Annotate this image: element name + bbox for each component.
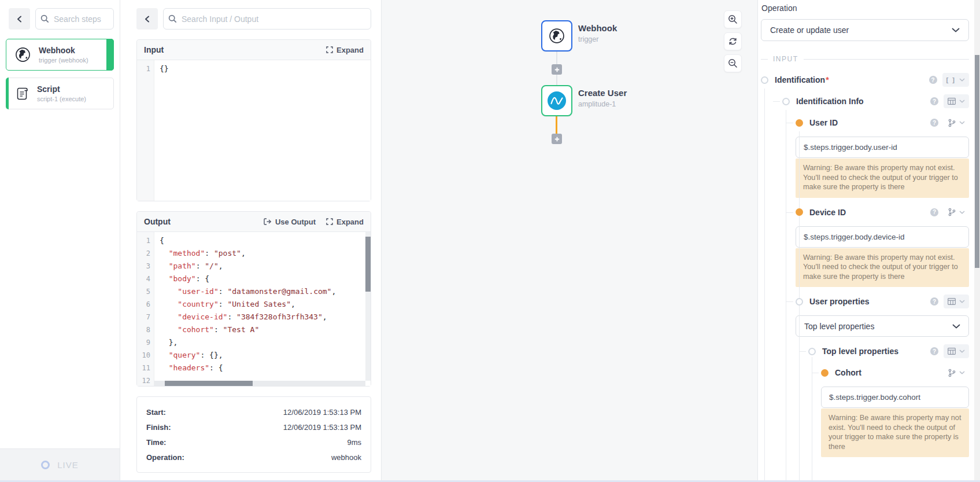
field-type-button[interactable] bbox=[944, 119, 969, 127]
code-line: "headers": { bbox=[160, 362, 371, 374]
plus-icon bbox=[554, 137, 560, 142]
output-vertical-scrollbar[interactable] bbox=[365, 232, 371, 381]
select-value: Top level properties bbox=[804, 322, 874, 331]
node-create-user-label: Create User amplitude-1 bbox=[578, 88, 627, 108]
step-card-script[interactable]: Script script-1 (execute) bbox=[6, 78, 114, 109]
field-row-device-id[interactable]: Device ID? bbox=[796, 205, 969, 220]
line-number: 9 bbox=[137, 336, 150, 349]
connector-line-orange bbox=[556, 116, 557, 135]
field-label: User properties bbox=[809, 297, 869, 306]
globe-icon bbox=[14, 46, 32, 64]
field-row-user-properties[interactable]: User properties? bbox=[796, 294, 969, 309]
code-line: "cohort": "Test A" bbox=[160, 323, 371, 336]
plus-icon bbox=[554, 67, 560, 72]
output-horizontal-scrollbar[interactable] bbox=[154, 381, 365, 386]
line-number: 2 bbox=[137, 247, 150, 260]
io-back-button[interactable] bbox=[136, 8, 158, 30]
field-input-user-id[interactable] bbox=[796, 137, 969, 158]
field-bullet-icon bbox=[796, 119, 803, 127]
code-line: "body": { bbox=[160, 273, 371, 285]
field-type-button[interactable] bbox=[944, 295, 969, 308]
code-line: "path": "/", bbox=[160, 260, 371, 273]
use-output-button[interactable]: Use Output bbox=[264, 218, 316, 226]
help-icon[interactable]: ? bbox=[930, 119, 938, 127]
field-row-identification-info[interactable]: Identification Info? bbox=[782, 94, 969, 109]
script-icon bbox=[14, 86, 30, 102]
node-create-user[interactable] bbox=[541, 85, 572, 116]
field-type-button[interactable] bbox=[944, 344, 969, 358]
field-type-button[interactable] bbox=[944, 369, 969, 377]
field-input-cohort[interactable] bbox=[821, 387, 969, 408]
meta-row-finish: Finish: 12/06/2019 1:53:13 PM bbox=[146, 420, 361, 435]
input-code-editor[interactable]: 1 {} bbox=[137, 60, 371, 201]
help-icon[interactable]: ? bbox=[929, 76, 937, 84]
field-row-top-level-properties[interactable]: Top level properties? bbox=[808, 344, 969, 359]
operation-select[interactable]: Create or update user bbox=[761, 19, 969, 41]
field-label: Device ID bbox=[809, 208, 846, 217]
search-io-input[interactable] bbox=[163, 8, 371, 30]
property-warning: Warning: Be aware this property may not … bbox=[821, 409, 969, 457]
field-label: Identification* bbox=[775, 75, 829, 84]
help-icon[interactable]: ? bbox=[930, 297, 938, 306]
add-step-button[interactable] bbox=[552, 134, 562, 144]
chevron-left-icon bbox=[16, 15, 24, 23]
chevron-down-icon bbox=[959, 78, 965, 82]
field-label: Identification Info bbox=[796, 97, 864, 106]
chevron-down-icon bbox=[959, 349, 965, 353]
meta-row-time: Time: 9ms bbox=[146, 435, 361, 450]
expand-input-button[interactable]: Expand bbox=[326, 46, 364, 54]
field-label: User ID bbox=[809, 118, 838, 127]
workflow-canvas[interactable]: Webhook trigger Create User amplitude-1 bbox=[382, 0, 757, 482]
help-icon[interactable]: ? bbox=[930, 97, 938, 105]
branch-icon bbox=[948, 369, 956, 377]
field-row-cohort[interactable]: Cohort bbox=[821, 365, 969, 380]
expand-output-button[interactable]: Expand bbox=[326, 218, 364, 226]
refresh-button[interactable] bbox=[724, 32, 742, 50]
search-icon bbox=[168, 14, 177, 23]
help-icon[interactable]: ? bbox=[930, 347, 938, 355]
code-line: "user-id": "datamonster@gmail.com", bbox=[160, 285, 371, 298]
live-status: LIVE bbox=[0, 448, 120, 480]
property-warning: Warning: Be aware this property may not … bbox=[796, 159, 969, 198]
field-bullet-icon bbox=[821, 369, 829, 377]
line-number: 11 bbox=[137, 362, 150, 374]
field-bullet-icon bbox=[782, 98, 790, 105]
operation-label: Operation bbox=[761, 3, 969, 13]
field-row-identification[interactable]: Identification*?[ ] bbox=[761, 72, 969, 87]
field-type-button[interactable] bbox=[944, 208, 969, 216]
code-line: "query": {}, bbox=[160, 349, 371, 362]
steps-sidebar: Webhook trigger (webhook) Script script-… bbox=[0, 0, 120, 482]
live-label: LIVE bbox=[57, 460, 79, 470]
tree-connector bbox=[786, 123, 793, 123]
table-icon bbox=[948, 298, 956, 305]
help-icon[interactable]: ? bbox=[930, 208, 938, 216]
field-type-button[interactable] bbox=[944, 94, 969, 108]
field-input-device-id[interactable] bbox=[796, 226, 969, 248]
code-line: "country": "United Sates", bbox=[160, 298, 371, 311]
field-type-button[interactable]: [ ] bbox=[942, 73, 969, 87]
add-step-button[interactable] bbox=[552, 64, 562, 75]
chevron-down-icon bbox=[952, 28, 960, 32]
line-number: 12 bbox=[137, 374, 150, 386]
input-title: Input bbox=[144, 45, 164, 54]
properties-mode-select[interactable]: Top level properties bbox=[796, 315, 969, 337]
config-panel: Operation Create or update user INPUT Id… bbox=[757, 0, 980, 482]
step-title: Webhook bbox=[39, 46, 88, 55]
zoom-out-button[interactable] bbox=[724, 54, 742, 72]
branch-icon bbox=[948, 208, 956, 216]
config-scrollbar[interactable] bbox=[974, 0, 980, 482]
zoom-in-button[interactable] bbox=[724, 10, 742, 28]
expand-icon bbox=[326, 218, 333, 225]
tree-connector bbox=[786, 212, 793, 213]
node-webhook[interactable] bbox=[541, 20, 572, 51]
amplitude-icon bbox=[547, 91, 567, 111]
code-line: }, bbox=[160, 336, 371, 349]
code-line: { bbox=[160, 234, 371, 247]
field-row-user-id[interactable]: User ID? bbox=[796, 115, 969, 130]
use-output-icon bbox=[264, 218, 272, 225]
table-icon bbox=[948, 348, 956, 355]
back-button[interactable] bbox=[9, 8, 30, 30]
step-card-webhook[interactable]: Webhook trigger (webhook) bbox=[6, 39, 114, 71]
output-code-viewer[interactable]: 123456789101112 { "method": "post", "pat… bbox=[137, 232, 371, 386]
step-title: Script bbox=[37, 84, 86, 94]
